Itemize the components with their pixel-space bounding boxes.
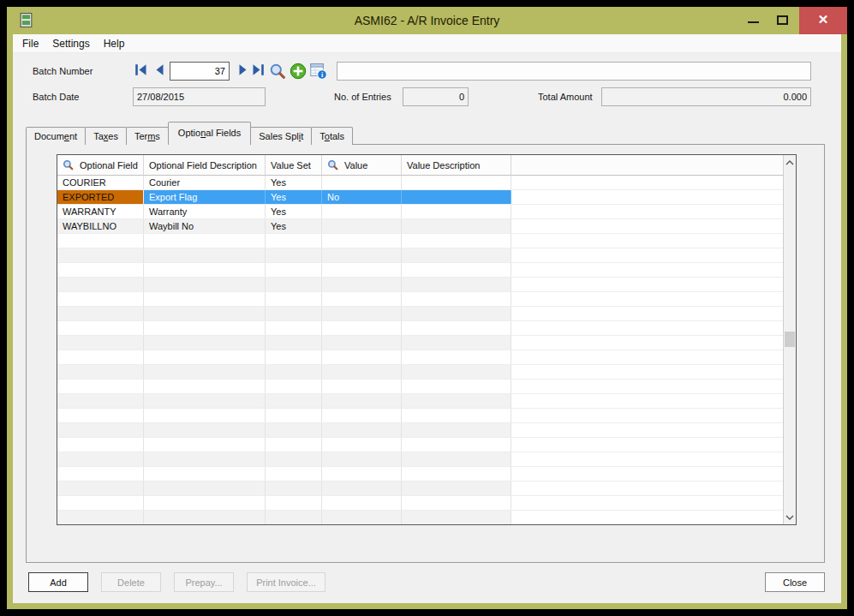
table-cell[interactable] [266, 307, 322, 320]
table-cell[interactable]: EXPORTED [57, 190, 144, 204]
maximize-button[interactable] [768, 7, 797, 34]
batch-description-field[interactable] [337, 62, 811, 81]
table-row[interactable] [57, 278, 783, 292]
tab-sales-split[interactable]: Sales Split [250, 127, 312, 145]
table-cell[interactable] [266, 394, 322, 408]
table-cell[interactable] [266, 321, 322, 335]
table-cell[interactable] [144, 234, 266, 248]
table-cell[interactable] [57, 467, 144, 481]
table-cell[interactable] [402, 336, 511, 350]
title-bar[interactable]: ASMI62 - A/R Invoice Entry ✕ [7, 7, 847, 34]
table-cell[interactable] [322, 496, 402, 510]
table-cell[interactable]: Export Flag [144, 190, 266, 204]
menu-item-help[interactable]: Help [97, 34, 132, 53]
table-cell[interactable] [402, 307, 511, 320]
add-button[interactable]: Add [28, 572, 88, 592]
table-row[interactable] [57, 234, 783, 248]
table-cell[interactable] [57, 380, 144, 393]
table-cell[interactable] [144, 336, 266, 350]
tab-document[interactable]: Document [26, 127, 86, 145]
table-row[interactable]: WARRANTYWarrantyYes [57, 205, 783, 219]
table-cell[interactable] [144, 467, 266, 481]
table-cell[interactable] [144, 409, 266, 422]
batch-date-field[interactable]: 27/08/2015 [133, 87, 266, 106]
table-cell[interactable] [402, 467, 511, 481]
table-cell[interactable] [144, 307, 266, 320]
table-cell[interactable]: No [322, 190, 402, 204]
table-cell[interactable] [322, 409, 402, 422]
minimize-button[interactable] [739, 7, 768, 34]
table-cell[interactable] [266, 263, 322, 277]
table-cell[interactable] [57, 496, 144, 510]
table-cell[interactable] [57, 394, 144, 408]
table-cell[interactable] [402, 292, 511, 306]
table-cell[interactable] [144, 292, 266, 306]
table-cell[interactable] [322, 365, 402, 379]
table-cell[interactable] [322, 467, 402, 481]
table-cell[interactable] [266, 496, 322, 510]
table-cell[interactable] [57, 278, 144, 291]
table-cell[interactable] [322, 219, 402, 233]
last-batch-button[interactable] [250, 63, 266, 79]
scroll-down-button[interactable] [784, 510, 796, 524]
table-row[interactable] [57, 409, 783, 423]
tab-optional-fields[interactable]: Optional Fields [168, 122, 251, 145]
table-row[interactable] [57, 394, 783, 409]
table-cell[interactable] [57, 438, 144, 452]
table-cell[interactable] [266, 380, 322, 393]
table-cell[interactable]: Yes [266, 176, 322, 189]
table-row[interactable]: COURIERCourierYes [57, 176, 783, 190]
table-cell[interactable] [266, 234, 322, 248]
table-cell[interactable] [402, 496, 511, 510]
batch-number-input[interactable] [170, 62, 230, 81]
table-cell[interactable] [402, 438, 511, 452]
batch-finder-button[interactable] [269, 63, 286, 80]
table-cell[interactable] [266, 336, 322, 350]
table-row[interactable] [57, 481, 783, 496]
table-cell[interactable] [322, 350, 402, 364]
table-cell[interactable] [57, 452, 144, 466]
table-cell[interactable]: COURIER [57, 176, 144, 189]
table-cell[interactable] [144, 423, 266, 437]
table-cell[interactable] [144, 481, 266, 495]
table-cell[interactable] [57, 234, 144, 248]
table-cell[interactable] [144, 350, 266, 364]
table-cell[interactable] [322, 336, 402, 350]
column-header-optional-field-description[interactable]: Optional Field Description [144, 155, 266, 176]
tab-totals[interactable]: Totals [311, 127, 353, 145]
table-cell[interactable] [402, 409, 511, 422]
table-cell[interactable] [322, 438, 402, 452]
table-cell[interactable] [144, 278, 266, 291]
table-cell[interactable] [266, 365, 322, 379]
batch-info-button[interactable]: i [310, 63, 327, 80]
column-header-value-description[interactable]: Value Description [402, 155, 511, 176]
new-batch-button[interactable] [290, 63, 307, 80]
table-row[interactable] [57, 263, 783, 278]
table-cell[interactable] [144, 263, 266, 277]
table-cell[interactable] [322, 481, 402, 495]
table-cell[interactable] [402, 394, 511, 408]
table-row[interactable] [57, 307, 783, 321]
table-cell[interactable] [322, 423, 402, 437]
table-cell[interactable] [402, 248, 511, 262]
table-row[interactable] [57, 438, 783, 452]
table-row[interactable] [57, 350, 783, 365]
table-cell[interactable] [266, 481, 322, 495]
table-row[interactable] [57, 321, 783, 336]
table-cell[interactable] [322, 176, 402, 189]
vertical-scrollbar[interactable] [783, 155, 796, 524]
table-cell[interactable] [57, 350, 144, 364]
menu-item-file[interactable]: File [15, 34, 45, 53]
table-cell[interactable] [402, 511, 511, 524]
table-cell[interactable] [57, 336, 144, 350]
table-row[interactable]: EXPORTEDExport FlagYesNo [57, 190, 783, 205]
table-cell[interactable] [402, 452, 511, 466]
table-cell[interactable] [322, 248, 402, 262]
table-cell[interactable] [57, 409, 144, 422]
table-cell[interactable] [57, 423, 144, 437]
table-cell[interactable] [322, 394, 402, 408]
table-cell[interactable] [144, 438, 266, 452]
tab-taxes[interactable]: Taxes [85, 127, 127, 145]
table-cell[interactable] [57, 511, 144, 524]
table-cell[interactable] [322, 511, 402, 524]
